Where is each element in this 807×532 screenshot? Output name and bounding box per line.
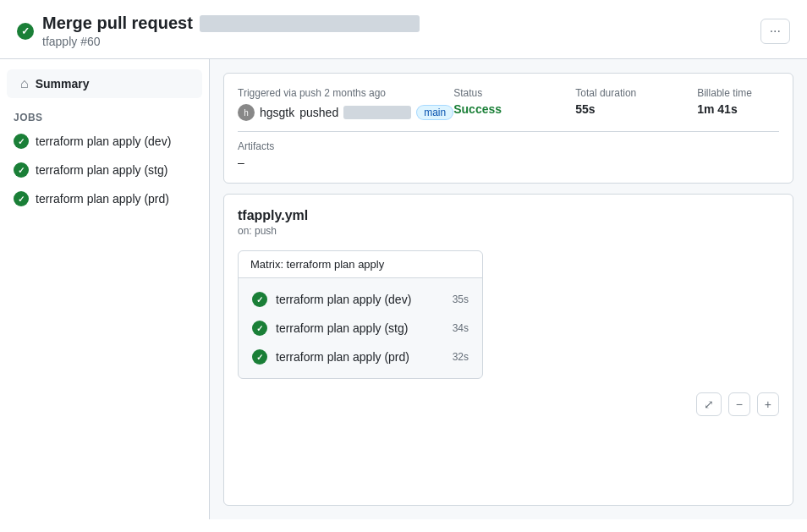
duration-section: Total duration 55s [575, 87, 677, 116]
main-layout: ⌂ Summary Jobs terraform plan apply (dev… [0, 59, 807, 519]
user-name: hgsgtk [260, 106, 294, 119]
sidebar-job-label-stg: terraform plan apply (stg) [36, 163, 167, 177]
matrix-item-name-dev: terraform plan apply (dev) [276, 293, 444, 306]
home-icon: ⌂ [20, 76, 29, 91]
commit-hash-blurred [343, 106, 411, 119]
zoom-in-button[interactable]: + [757, 392, 779, 416]
workflow-footer: ⤢ − + [238, 392, 779, 416]
workflow-filename: tfapply.yml [238, 208, 779, 223]
matrix-item-time-stg: 34s [453, 322, 469, 334]
matrix-box: Matrix: terraform plan apply terraform p… [238, 250, 483, 379]
matrix-item-name-prd: terraform plan apply (prd) [276, 350, 444, 364]
status-section: Status Success [453, 87, 555, 116]
content-area: Triggered via push 2 months ago h hgsgtk… [210, 59, 807, 519]
matrix-item-time-dev: 35s [453, 293, 469, 305]
billable-label: Billable time [697, 87, 799, 99]
avatar: h [238, 104, 255, 121]
status-value: Success [453, 102, 555, 116]
sidebar-job-item-prd[interactable]: terraform plan apply (prd) [0, 184, 209, 213]
sidebar-job-item-stg[interactable]: terraform plan apply (stg) [0, 156, 209, 184]
sidebar-summary-item[interactable]: ⌂ Summary [7, 69, 202, 98]
info-card: Triggered via push 2 months ago h hgsgtk… [223, 73, 793, 184]
triggered-user: h hgsgtk pushed main [238, 104, 453, 121]
triggered-section: Triggered via push 2 months ago h hgsgtk… [238, 87, 453, 121]
pr-title-blurred [200, 15, 420, 32]
artifacts-row: Artifacts – [238, 131, 779, 169]
matrix-item-prd[interactable]: terraform plan apply (prd) 32s [239, 343, 482, 371]
job-success-icon-prd [14, 191, 29, 206]
matrix-item-time-prd: 32s [453, 351, 469, 363]
zoom-out-button[interactable]: − [728, 392, 750, 416]
pr-title-text: Merge pull request [42, 14, 193, 33]
artifacts-value: – [238, 156, 779, 169]
title-block: Merge pull request tfapply #60 [42, 14, 420, 48]
jobs-section-label: Jobs [0, 105, 209, 127]
pr-title: Merge pull request [42, 14, 420, 33]
matrix-item-name-stg: terraform plan apply (stg) [276, 321, 444, 335]
matrix-items: terraform plan apply (dev) 35s terraform… [239, 278, 482, 378]
job-success-icon-stg [14, 162, 29, 178]
pushed-text: pushed [299, 106, 338, 119]
more-options-button[interactable]: ··· [760, 19, 790, 44]
sidebar-summary-label: Summary [36, 77, 90, 90]
success-status-icon [17, 23, 34, 40]
sidebar-job-item-dev[interactable]: terraform plan apply (dev) [0, 127, 209, 156]
sidebar-job-label-prd: terraform plan apply (prd) [36, 192, 169, 206]
duration-value: 55s [575, 102, 677, 116]
duration-label: Total duration [575, 87, 677, 99]
expand-button[interactable]: ⤢ [696, 392, 722, 416]
job-success-icon-dev [14, 134, 29, 149]
billable-value: 1m 41s [697, 102, 799, 116]
billable-section: Billable time 1m 41s [697, 87, 799, 116]
matrix-success-icon-dev [252, 292, 267, 307]
pr-subtitle: tfapply #60 [42, 35, 420, 48]
top-bar: Merge pull request tfapply #60 ··· [0, 0, 807, 59]
branch-tag: main [416, 105, 453, 120]
artifacts-label: Artifacts [238, 140, 779, 152]
matrix-header: Matrix: terraform plan apply [239, 251, 482, 278]
triggered-title: Triggered via push 2 months ago [238, 87, 453, 99]
matrix-success-icon-stg [252, 321, 267, 336]
matrix-success-icon-prd [252, 349, 267, 365]
triggered-row: Triggered via push 2 months ago h hgsgtk… [238, 87, 779, 121]
workflow-trigger: on: push [238, 225, 779, 237]
title-section: Merge pull request tfapply #60 [17, 14, 420, 48]
workflow-card: tfapply.yml on: push Matrix: terraform p… [223, 194, 793, 506]
matrix-item-stg[interactable]: terraform plan apply (stg) 34s [239, 314, 482, 343]
sidebar: ⌂ Summary Jobs terraform plan apply (dev… [0, 59, 210, 519]
matrix-item-dev[interactable]: terraform plan apply (dev) 35s [239, 285, 482, 314]
sidebar-job-label-dev: terraform plan apply (dev) [36, 134, 171, 148]
status-label: Status [453, 87, 555, 99]
